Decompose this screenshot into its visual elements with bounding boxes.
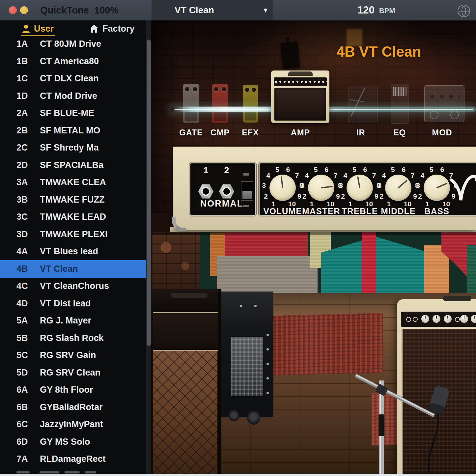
vox-side-edge: [218, 289, 221, 476]
preset-row[interactable]: 6D GY MS Solo: [0, 433, 146, 451]
preset-dropdown[interactable]: VT Clean ▼: [152, 0, 273, 20]
preset-row[interactable]: 7A RLDamageRect: [0, 450, 146, 468]
knob-cap[interactable]: [424, 175, 450, 201]
chain-label-ir: IR: [356, 128, 365, 137]
preset-row[interactable]: 5C RG SRV Gain: [0, 347, 146, 364]
combo-knob: [471, 315, 476, 323]
power-switch[interactable]: [241, 181, 253, 201]
chain-label-gate: GATE: [179, 128, 203, 137]
preset-row[interactable]: 3B TMWAKE FUZZ: [0, 191, 146, 209]
bpm-value[interactable]: 120: [357, 4, 375, 16]
sidebar-scrollbar-thumb[interactable]: [147, 40, 151, 346]
cab-screw: [266, 363, 269, 365]
tab-user[interactable]: User: [22, 22, 54, 35]
chain-label-cmp: CMP: [210, 128, 230, 137]
preset-name: VT Blues lead: [40, 243, 143, 260]
chain-device-ir[interactable]: [349, 86, 378, 123]
preset-selector[interactable]: VT Clean ▼: [152, 0, 273, 20]
patch-green: [467, 245, 476, 294]
pedal-knob: [185, 87, 189, 91]
preset-name: RG Slash Rock: [40, 329, 143, 347]
knob-treble[interactable]: 12345678910TREBLE: [339, 167, 380, 208]
knob-cap[interactable]: [308, 175, 334, 201]
preset-row[interactable]: 4A VT Blues lead: [0, 243, 146, 260]
preset-name: SF SPACIALBa: [40, 156, 143, 174]
preset-row[interactable]: 4C VT CleanChorus: [0, 277, 146, 295]
topbar-left: QuickTone 100%: [0, 0, 152, 20]
amp-thumb-handle: [288, 71, 313, 76]
preset-row-partial[interactable]: [0, 470, 146, 474]
knob-scale-number: 5: [391, 166, 395, 174]
preset-row[interactable]: 1C CT DLX Clean: [0, 70, 146, 87]
bpm-control[interactable]: 120 BPM: [357, 0, 395, 20]
pedal-knob: [245, 88, 249, 92]
knob-scale-number: 3: [262, 182, 266, 189]
topbar-right: 120 BPM: [273, 0, 476, 20]
chevron-down-icon[interactable]: ▼: [262, 7, 269, 14]
input-1-label: 1: [203, 165, 208, 176]
chain-device-amp[interactable]: [271, 70, 329, 123]
preset-id: 1B: [16, 53, 28, 70]
knob-scale-number: 7: [295, 172, 299, 180]
preset-row[interactable]: 3D TMWAKE PLEXI: [0, 226, 146, 243]
preset-row[interactable]: 2D SF SPACIALBa: [0, 156, 146, 174]
knob-scale-number: 6: [363, 166, 367, 174]
preset-row[interactable]: 1A CT 80JM Drive: [0, 35, 146, 53]
patch-crimson-strip: [362, 232, 376, 294]
preset-row[interactable]: 3A TMWAKE CLEA: [0, 174, 146, 191]
pedal-knob: [214, 87, 218, 91]
topbar: QuickTone 100% VT Clean ▼ 120 BPM: [0, 0, 476, 20]
combo-control-strip: [401, 312, 476, 327]
preset-row[interactable]: 5A RG J. Mayer: [0, 312, 146, 329]
preset-row[interactable]: 1B CT America80: [0, 53, 146, 70]
preset-id: 4D: [16, 295, 28, 312]
knob-scale-number: 2: [418, 192, 422, 200]
knob-cap[interactable]: [269, 175, 296, 201]
preset-name: VT Dist lead: [40, 295, 143, 312]
preset-row[interactable]: 1D CT Mod Drive: [0, 87, 146, 105]
chain-device-mod[interactable]: [424, 85, 464, 122]
preset-row[interactable]: 2C SF Shredy Ma: [0, 139, 146, 156]
knob-scale-number: 4: [382, 172, 386, 180]
chain-device-gate[interactable]: [183, 84, 199, 123]
knob-scale-number: 2: [341, 192, 345, 200]
tab-factory[interactable]: Factory: [90, 22, 135, 35]
knob-volume[interactable]: 12345678910VOLUME: [262, 167, 303, 208]
preset-row[interactable]: 5B RG Slash Rock: [0, 329, 146, 347]
knob-pointer: [357, 176, 360, 188]
preset-row[interactable]: 2B SF METAL MO: [0, 122, 146, 139]
chain-device-eq[interactable]: [391, 84, 408, 124]
preset-name: VT Clean: [40, 260, 143, 278]
preset-row[interactable]: 3C TMWAKE LEAD: [0, 208, 146, 226]
cab-screw: [266, 348, 269, 350]
globe-icon[interactable]: [458, 5, 470, 17]
knob-scale-number: 2: [302, 192, 306, 200]
preset-row[interactable]: 4B VT Clean: [0, 260, 146, 278]
knob-cap[interactable]: [347, 175, 373, 201]
knob-master[interactable]: 12345678910MASTER: [301, 167, 342, 208]
minimize-button[interactable]: [20, 6, 28, 14]
knob-scale-number: 7: [449, 172, 453, 180]
preset-row[interactable]: 6A GY 8th Floor: [0, 381, 146, 399]
patch-gray: [217, 256, 318, 294]
close-button[interactable]: [9, 6, 17, 14]
preset-row[interactable]: 6C JazzyInMyPant: [0, 416, 146, 433]
preset-id: 6C: [16, 416, 28, 433]
knob-middle[interactable]: 12345678910MIDDLE: [378, 167, 419, 208]
preset-row[interactable]: 6B GYBalladRotar: [0, 399, 146, 416]
combo-grille: [401, 329, 476, 476]
preset-id: 1C: [16, 70, 28, 87]
preset-id: 3C: [16, 208, 28, 226]
chain-device-cmp[interactable]: [212, 84, 228, 123]
zoom-level[interactable]: 100%: [94, 5, 119, 16]
preset-row[interactable]: 2A SF BLUE-ME: [0, 104, 146, 122]
preset-row[interactable]: 5D RG SRV Clean: [0, 364, 146, 381]
chain-device-efx[interactable]: [243, 85, 258, 123]
knob-bass[interactable]: 12345678910BASS: [416, 167, 457, 208]
preset-row[interactable]: 4D VT Dist lead: [0, 295, 146, 312]
knob-scale-number: 3: [301, 182, 305, 189]
knob-scale-number: 4: [343, 172, 347, 180]
chain-label-eq: EQ: [393, 128, 406, 137]
amp-input-panel: 1 2 NORMAL: [189, 162, 256, 216]
knob-cap[interactable]: [385, 175, 411, 201]
